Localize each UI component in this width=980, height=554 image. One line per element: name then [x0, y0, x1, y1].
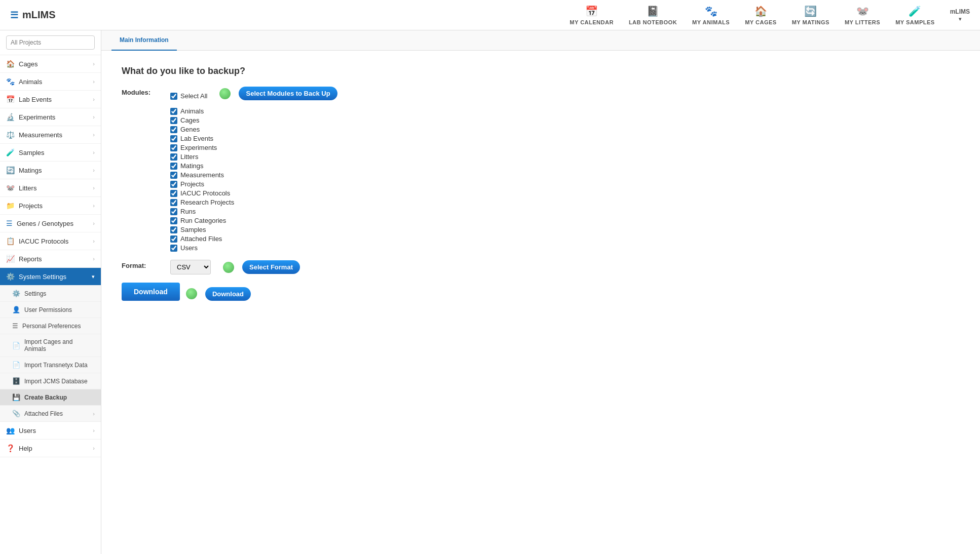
checkbox-attached-files[interactable]: Attached Files	[170, 235, 337, 243]
checkbox-projects-input[interactable]	[170, 181, 177, 188]
checkbox-lab-events[interactable]: Lab Events	[170, 135, 337, 142]
system-settings-sidebar-icon: ⚙️	[6, 272, 15, 281]
sidebar-sub-import-cages-label: Import Cages and Animals	[24, 338, 95, 352]
nav-litters[interactable]: 🐭 MY LITTERS	[845, 5, 880, 25]
checkbox-measurements-input[interactable]	[170, 172, 177, 179]
sidebar-sub-user-permissions[interactable]: 👤 User Permissions	[0, 302, 101, 318]
project-selector[interactable]	[0, 30, 101, 55]
checkbox-animals-input[interactable]	[170, 108, 177, 115]
checkbox-genes-input[interactable]	[170, 126, 177, 133]
litters-sidebar-icon: 🐭	[6, 184, 15, 192]
import-transnetyx-sub-icon: 📄	[12, 361, 20, 369]
sidebar-item-cages[interactable]: 🏠 Cages ›	[0, 55, 101, 73]
sidebar-sub-create-backup[interactable]: 💾 Create Backup	[0, 389, 101, 406]
sidebar-animals-label: Animals	[19, 78, 42, 86]
help-arrow-icon: ›	[93, 445, 95, 451]
checkbox-matings-input[interactable]	[170, 163, 177, 170]
content-area: Main Information What do you like to bac…	[101, 30, 980, 554]
sidebar-item-animals[interactable]: 🐾 Animals ›	[0, 73, 101, 91]
nav-calendar[interactable]: 📅 MY CALENDAR	[570, 5, 614, 25]
modules-tooltip: Select Modules to Back Up	[219, 87, 337, 100]
checkbox-iacuc-protocols-label: IACUC Protocols	[180, 189, 230, 197]
sidebar-sub-personal-preferences[interactable]: ☰ Personal Preferences	[0, 318, 101, 334]
checkbox-experiments[interactable]: Experiments	[170, 144, 337, 151]
nav-animals[interactable]: 🐾 MY ANIMALS	[692, 5, 730, 25]
nav-matings[interactable]: 🔄 MY MATINGS	[792, 5, 830, 25]
checkbox-genes-label: Genes	[180, 126, 200, 133]
sidebar-item-samples[interactable]: 🧪 Samples ›	[0, 144, 101, 162]
checkbox-users[interactable]: Users	[170, 244, 337, 252]
checkbox-projects[interactable]: Projects	[170, 180, 337, 188]
checkbox-matings-label: Matings	[180, 162, 204, 170]
sidebar-item-reports[interactable]: 📈 Reports ›	[0, 250, 101, 268]
hamburger-icon[interactable]: ☰	[10, 10, 18, 21]
checkbox-genes[interactable]: Genes	[170, 126, 337, 133]
sidebar-item-litters[interactable]: 🐭 Litters ›	[0, 179, 101, 197]
sidebar-item-matings[interactable]: 🔄 Matings ›	[0, 162, 101, 179]
checkbox-iacuc-protocols[interactable]: IACUC Protocols	[170, 189, 337, 197]
sidebar-item-lab-events[interactable]: 📅 Lab Events ›	[0, 91, 101, 108]
settings-sub-icon: ⚙️	[12, 290, 20, 297]
checkbox-litters-input[interactable]	[170, 153, 177, 161]
litters-arrow-icon: ›	[93, 185, 95, 191]
checkbox-research-projects[interactable]: Research Projects	[170, 199, 337, 206]
checkbox-run-categories[interactable]: Run Categories	[170, 217, 337, 224]
user-menu[interactable]: mLIMS ▾	[950, 8, 970, 22]
project-input[interactable]	[6, 35, 95, 50]
checkbox-select-all[interactable]: Select All	[170, 92, 207, 100]
checkbox-run-categories-label: Run Categories	[180, 217, 226, 224]
modules-row: Modules: Select All Select Modules to Ba…	[122, 87, 960, 252]
checkbox-cages[interactable]: Cages	[170, 116, 337, 124]
modules-tooltip-text: Select Modules to Back Up	[239, 87, 337, 100]
sidebar-item-experiments[interactable]: 🔬 Experiments ›	[0, 108, 101, 126]
nav-samples-label: MY SAMPLES	[895, 19, 935, 25]
app-name: mLIMS	[22, 9, 56, 21]
tabs-bar: Main Information	[101, 30, 980, 51]
format-select[interactable]: CSVJSONXML	[170, 260, 211, 274]
checkbox-litters[interactable]: Litters	[170, 153, 337, 161]
checkbox-select-all-input[interactable]	[170, 93, 177, 100]
sidebar-item-iacuc[interactable]: 📋 IACUC Protocols ›	[0, 232, 101, 250]
calendar-icon: 📅	[585, 5, 598, 17]
sidebar-sub-import-transnetyx[interactable]: 📄 Import Transnetyx Data	[0, 357, 101, 373]
checkbox-iacuc-protocols-input[interactable]	[170, 190, 177, 197]
sidebar-item-genes[interactable]: ☰ Genes / Genotypes ›	[0, 215, 101, 232]
help-sidebar-icon: ❓	[6, 444, 15, 452]
checkbox-samples-input[interactable]	[170, 226, 177, 233]
nav-cages[interactable]: 🏠 MY CAGES	[745, 5, 776, 25]
checkbox-run-categories-input[interactable]	[170, 217, 177, 224]
checkbox-research-projects-input[interactable]	[170, 199, 177, 206]
checkbox-attached-files-input[interactable]	[170, 235, 177, 243]
checkbox-animals-label: Animals	[180, 107, 204, 115]
sidebar-item-system-settings[interactable]: ⚙️ System Settings ▾	[0, 268, 101, 286]
sidebar-cages-label: Cages	[19, 60, 38, 68]
nav-samples[interactable]: 🧪 MY SAMPLES	[895, 5, 935, 25]
sidebar-sub-settings[interactable]: ⚙️ Settings	[0, 286, 101, 302]
checkbox-animals[interactable]: Animals	[170, 107, 337, 115]
sidebar-experiments-label: Experiments	[19, 113, 55, 121]
sidebar-item-help[interactable]: ❓ Help ›	[0, 440, 101, 457]
sidebar-item-users[interactable]: 👥 Users ›	[0, 422, 101, 440]
sidebar-sub-create-backup-label: Create Backup	[24, 394, 67, 401]
sidebar-sub-import-cages[interactable]: 📄 Import Cages and Animals	[0, 334, 101, 357]
sidebar-projects-label: Projects	[19, 202, 43, 210]
checkbox-measurements[interactable]: Measurements	[170, 171, 337, 179]
download-button[interactable]: Download	[122, 283, 180, 301]
checkbox-lab-events-input[interactable]	[170, 135, 177, 142]
lab-events-sidebar-icon: 📅	[6, 95, 15, 103]
checkbox-runs-input[interactable]	[170, 208, 177, 215]
sidebar-item-measurements[interactable]: ⚖️ Measurements ›	[0, 126, 101, 144]
checkbox-users-input[interactable]	[170, 245, 177, 252]
modules-bubble-dot	[219, 88, 231, 99]
checkbox-cages-input[interactable]	[170, 117, 177, 124]
sidebar-sub-attached-files[interactable]: 📎 Attached Files ›	[0, 406, 101, 422]
sidebar-item-projects[interactable]: 📁 Projects ›	[0, 197, 101, 215]
sidebar-sub-import-jcms[interactable]: 🗄️ Import JCMS Database	[0, 373, 101, 389]
nav-notebook[interactable]: 📓 LAB NOTEBOOK	[629, 5, 677, 25]
checkbox-experiments-input[interactable]	[170, 144, 177, 151]
tab-main-information[interactable]: Main Information	[111, 30, 177, 51]
checkbox-samples[interactable]: Samples	[170, 226, 337, 233]
checkbox-runs[interactable]: Runs	[170, 208, 337, 215]
sidebar-sub-import-transnetyx-label: Import Transnetyx Data	[24, 362, 88, 369]
checkbox-matings[interactable]: Matings	[170, 162, 337, 170]
